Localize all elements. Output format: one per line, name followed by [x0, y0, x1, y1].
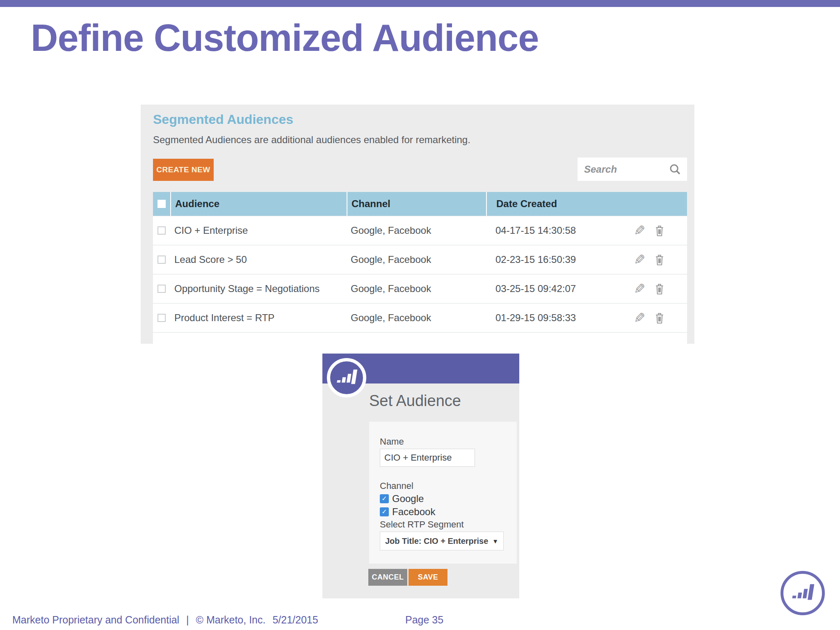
row-checkbox[interactable]: [158, 256, 166, 264]
row-checkbox[interactable]: [158, 314, 166, 322]
audience-cell: CIO + Enterprise: [170, 225, 347, 236]
delete-icon[interactable]: [654, 253, 665, 266]
date-created-cell: 02-23-15 16:50:39: [486, 254, 629, 265]
channel-cell: Google, Facebook: [347, 254, 486, 265]
column-header-date-created[interactable]: Date Created: [486, 192, 629, 216]
page-title: Define Customized Audience: [31, 16, 539, 59]
date-created-cell: 03-25-15 09:42:07: [486, 283, 629, 294]
name-label: Name: [380, 436, 404, 447]
audiences-table: Audience Channel Date Created CIO + Ente…: [153, 192, 687, 344]
table-row: CIO + Enterprise Google, Facebook 04-17-…: [153, 216, 687, 245]
edit-icon[interactable]: ✎: [634, 253, 646, 267]
channel-option-label: Facebook: [392, 506, 435, 518]
channel-cell: Google, Facebook: [347, 283, 486, 294]
save-button[interactable]: SAVE: [409, 569, 447, 586]
page-number: Page 35: [405, 614, 443, 626]
table-row: Opportunity Stage = Negotiations Google,…: [153, 274, 687, 303]
table-header-row: Audience Channel Date Created: [153, 192, 687, 216]
audience-cell: Lead Score > 50: [170, 254, 347, 265]
delete-icon[interactable]: [654, 283, 665, 295]
footer-date: 5/21/2015: [272, 614, 318, 625]
delete-icon[interactable]: [654, 312, 665, 324]
column-header-audience[interactable]: Audience: [170, 192, 347, 216]
select-all-checkbox[interactable]: [158, 200, 166, 208]
marketo-logo-icon: [327, 358, 366, 397]
channel-cell: Google, Facebook: [347, 225, 486, 236]
name-field[interactable]: [380, 449, 475, 467]
modal-title: Set Audience: [369, 392, 461, 410]
set-audience-modal: Set Audience Name Channel ✓ Google ✓ Fac…: [322, 354, 519, 598]
panel-heading: Segmented Audiences: [153, 112, 293, 127]
delete-icon[interactable]: [654, 224, 665, 237]
marketo-logo-icon: [781, 571, 825, 615]
channel-option-google[interactable]: ✓ Google: [380, 493, 424, 504]
footer-text: Marketo Proprietary and Confidential | ©…: [12, 614, 322, 626]
channel-cell: Google, Facebook: [347, 312, 486, 324]
rtp-segment-value: Job Title: CIO + Enterprise: [380, 536, 492, 546]
row-checkbox[interactable]: [158, 226, 166, 235]
table-row-partial: [153, 332, 687, 344]
channel-option-label: Google: [392, 493, 424, 504]
edit-icon[interactable]: ✎: [634, 311, 646, 325]
create-new-button[interactable]: CREATE NEW: [153, 159, 214, 181]
date-created-cell: 01-29-15 09:58:33: [486, 312, 629, 324]
checkbox-checked-icon[interactable]: ✓: [380, 507, 389, 516]
row-checkbox[interactable]: [158, 285, 166, 293]
search-box[interactable]: [578, 158, 687, 181]
search-input[interactable]: [578, 158, 669, 181]
channel-option-facebook[interactable]: ✓ Facebook: [380, 506, 435, 518]
panel-description: Segmented Audiences are additional audie…: [153, 134, 470, 146]
checkbox-checked-icon[interactable]: ✓: [380, 494, 389, 503]
chevron-down-icon: ▼: [492, 538, 498, 545]
footer-copyright: © Marketo, Inc.: [196, 614, 266, 625]
segmented-audiences-panel: Segmented Audiences Segmented Audiences …: [141, 105, 694, 344]
cancel-button[interactable]: CANCEL: [368, 569, 407, 586]
audience-cell: Product Interest = RTP: [170, 312, 347, 324]
edit-icon[interactable]: ✎: [634, 282, 646, 296]
date-created-cell: 04-17-15 14:30:58: [486, 225, 629, 236]
table-row: Lead Score > 50 Google, Facebook 02-23-1…: [153, 245, 687, 274]
slide-accent-bar: [0, 0, 840, 7]
channel-label: Channel: [380, 481, 413, 491]
footer-separator: |: [186, 614, 189, 625]
footer-confidential: Marketo Proprietary and Confidential: [12, 614, 179, 625]
modal-form-card: Name Channel ✓ Google ✓ Facebook Select …: [369, 422, 517, 564]
table-row: Product Interest = RTP Google, Facebook …: [153, 303, 687, 332]
audience-cell: Opportunity Stage = Negotiations: [170, 283, 347, 294]
rtp-segment-dropdown[interactable]: Job Title: CIO + Enterprise ▼: [380, 532, 504, 550]
column-header-channel[interactable]: Channel: [347, 192, 486, 216]
edit-icon[interactable]: ✎: [634, 224, 646, 237]
search-icon[interactable]: [669, 163, 681, 176]
segment-label: Select RTP Segment: [380, 519, 464, 530]
